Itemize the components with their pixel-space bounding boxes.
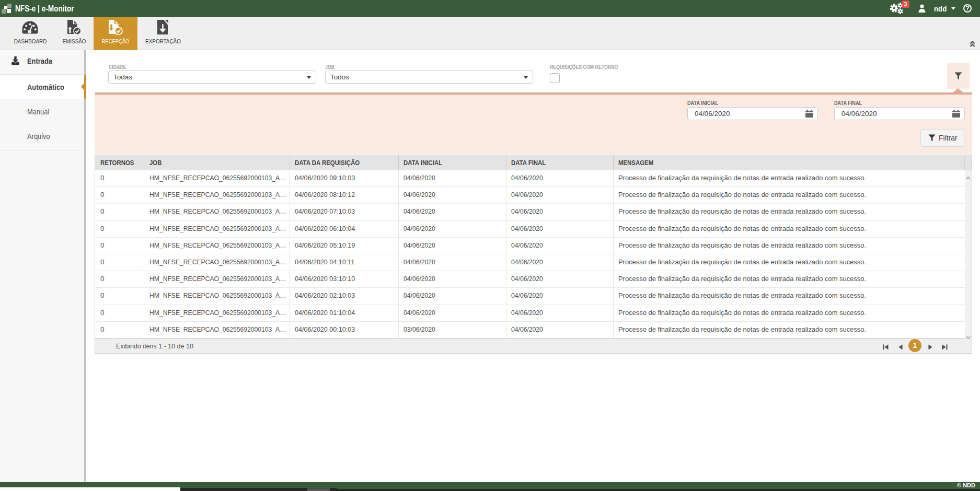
svg-text:?: ? — [965, 5, 969, 12]
